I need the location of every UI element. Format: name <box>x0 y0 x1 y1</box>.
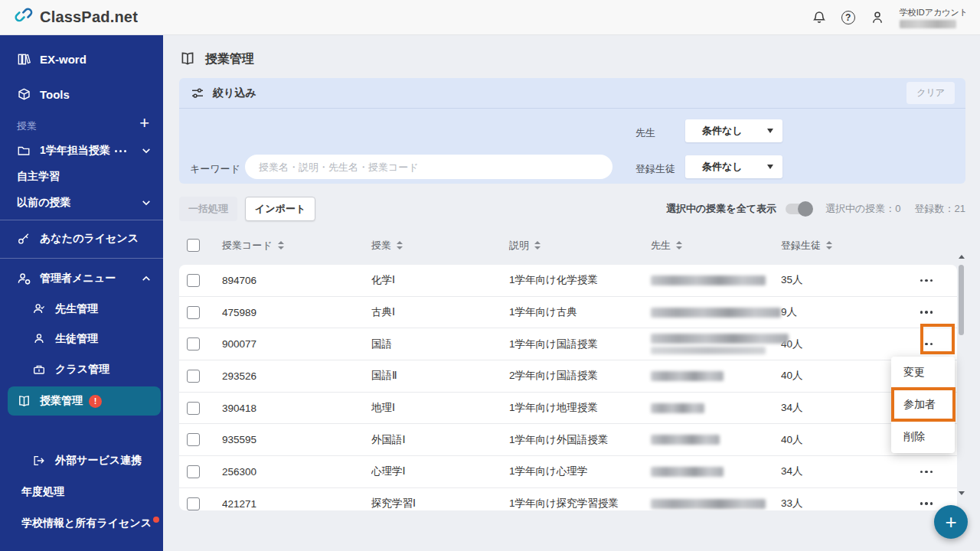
show-selected-toggle[interactable] <box>786 204 812 214</box>
sort-icon[interactable] <box>826 241 832 249</box>
table-header: 授業コード 授業 説明 先生 登録生徒 <box>179 236 957 260</box>
menu-item-participants[interactable]: 参加者 <box>891 389 955 421</box>
teacher-filter-select[interactable]: 条件なし <box>685 119 782 142</box>
column-header-class[interactable]: 授業 <box>371 239 509 253</box>
caret-down-icon <box>767 165 773 169</box>
sidebar-item-self-study[interactable]: 自主学習 <box>0 164 163 190</box>
sidebar-item-admin-menu[interactable]: 管理者メニュー <box>0 266 163 292</box>
row-checkbox[interactable] <box>187 370 200 383</box>
menu-item-delete[interactable]: 削除 <box>891 421 955 453</box>
user-account-icon[interactable] <box>869 9 886 26</box>
scrollbar-up-arrow[interactable] <box>959 255 965 259</box>
sidebar-item-external-service[interactable]: 外部サービス連携 <box>0 448 163 474</box>
sidebar-item-ex-word[interactable]: EX-word <box>0 46 163 72</box>
chevron-down-icon[interactable] <box>142 198 151 207</box>
keyword-search-input[interactable] <box>245 155 612 179</box>
row-checkbox[interactable] <box>187 465 200 478</box>
sidebar-item-class-folder[interactable]: 1学年担当授業 <box>0 138 163 164</box>
column-header-teacher[interactable]: 先生 <box>651 239 781 253</box>
sidebar-item-your-license[interactable]: あなたのライセンス <box>0 226 163 252</box>
teacher-person-icon <box>32 302 47 317</box>
sidebar-item-tools[interactable]: Tools <box>0 81 163 107</box>
account-info[interactable]: 学校IDアカウント <box>900 7 968 28</box>
classpad-link-icon <box>14 6 34 29</box>
class-name: 国語 <box>371 337 509 351</box>
sidebar-item-label: Tools <box>40 88 70 101</box>
sidebar-item-year-process[interactable]: 年度処理 <box>0 479 163 505</box>
class-name: 地理Ⅰ <box>371 401 509 415</box>
redacted-teacher-name <box>651 371 724 381</box>
students-filter-select[interactable]: 条件なし <box>685 155 782 178</box>
table-row: 900077 国語 1学年向け国語授業 40人 <box>179 328 957 360</box>
menu-item-change[interactable]: 変更 <box>891 357 955 389</box>
sidebar-item-label: 年度処理 <box>21 485 64 499</box>
add-class-icon[interactable]: + <box>139 116 149 131</box>
sidebar-item-lesson-management-active[interactable]: 授業管理 ! <box>8 386 161 416</box>
class-description: 1学年向け外国語授業 <box>509 433 651 447</box>
sidebar-item-label: 先生管理 <box>55 302 98 316</box>
redacted-teacher-name <box>651 403 704 413</box>
class-name: 外国語Ⅰ <box>371 433 509 447</box>
help-icon[interactable]: ? <box>840 9 857 26</box>
row-checkbox[interactable] <box>187 497 200 510</box>
total-count: 登録数：21 <box>915 202 965 216</box>
row-checkbox[interactable] <box>187 306 200 319</box>
import-button[interactable]: インポート <box>245 197 315 221</box>
folder-menu-kebab-icon[interactable] <box>115 150 126 152</box>
row-menu-kebab-icon[interactable] <box>902 502 951 505</box>
column-header-students[interactable]: 登録生徒 <box>781 239 902 253</box>
dictionary-icon <box>17 52 31 67</box>
chevron-up-icon[interactable] <box>142 274 151 283</box>
sidebar-item-label: 以前の授業 <box>17 196 70 210</box>
sidebar-item-label: クラス管理 <box>55 363 109 377</box>
add-class-fab[interactable]: + <box>934 505 968 539</box>
table-row: 475989 古典Ⅰ 1学年向け古典 9人 <box>179 297 957 329</box>
sort-icon[interactable] <box>534 241 541 249</box>
external-link-icon <box>32 454 47 468</box>
classpad-logo[interactable]: ClassPad.net <box>14 6 138 29</box>
row-checkbox[interactable] <box>187 433 200 446</box>
table-row: 894706 化学Ⅰ 1学年向け化学授業 35人 <box>179 265 957 297</box>
admin-person-gear-icon <box>17 272 31 286</box>
sidebar-item-label: あなたのライセンス <box>40 232 139 246</box>
notification-bell-icon[interactable] <box>811 9 828 26</box>
sidebar-item-teacher-management[interactable]: 先生管理 <box>0 296 163 322</box>
scrollbar-thumb[interactable] <box>959 265 964 335</box>
sort-icon[interactable] <box>397 241 403 249</box>
class-description: 1学年向け探究学習授業 <box>509 497 651 510</box>
selected-count: 選択中の授業：0 <box>825 202 901 216</box>
row-checkbox[interactable] <box>187 274 200 287</box>
sort-icon[interactable] <box>278 241 284 249</box>
redacted-teacher-name <box>651 334 789 344</box>
student-count: 40人 <box>781 369 902 383</box>
redacted-teacher-name <box>651 467 724 477</box>
bulk-action-button[interactable]: 一括処理 <box>179 197 237 221</box>
class-description: 1学年向け心理学 <box>509 465 651 478</box>
class-description: 2学年向け国語授業 <box>509 369 651 383</box>
row-menu-kebab-icon[interactable] <box>902 279 951 282</box>
redacted-teacher-name <box>651 435 720 445</box>
open-book-icon <box>17 394 31 409</box>
chevron-down-icon[interactable] <box>142 146 151 155</box>
class-code: 900077 <box>222 338 371 350</box>
clear-filter-button[interactable]: クリア <box>906 82 955 104</box>
row-menu-kebab-icon[interactable] <box>902 311 951 314</box>
sidebar-item-student-management[interactable]: 生徒管理 <box>0 326 163 352</box>
select-all-checkbox[interactable] <box>187 239 200 252</box>
sidebar-item-previous-classes[interactable]: 以前の授業 <box>0 190 163 216</box>
sidebar-item-class-management[interactable]: クラス管理 <box>0 357 163 383</box>
sort-icon[interactable] <box>676 241 682 249</box>
student-person-icon <box>32 332 47 347</box>
row-context-menu: 変更 参加者 削除 <box>891 357 955 453</box>
row-menu-kebab-icon[interactable] <box>902 471 951 474</box>
row-checkbox[interactable] <box>187 402 200 415</box>
column-header-code[interactable]: 授業コード <box>222 239 371 253</box>
scrollbar-down-arrow[interactable] <box>959 491 965 495</box>
column-header-description[interactable]: 説明 <box>509 239 651 253</box>
key-icon <box>17 232 31 246</box>
row-menu-kebab-icon[interactable] <box>902 343 951 346</box>
filter-title: 絞り込み <box>213 86 256 100</box>
class-name: 国語Ⅱ <box>371 369 509 383</box>
sidebar-item-school-info[interactable]: 学校情報と所有ライセンス <box>0 510 163 536</box>
row-checkbox[interactable] <box>187 337 200 350</box>
